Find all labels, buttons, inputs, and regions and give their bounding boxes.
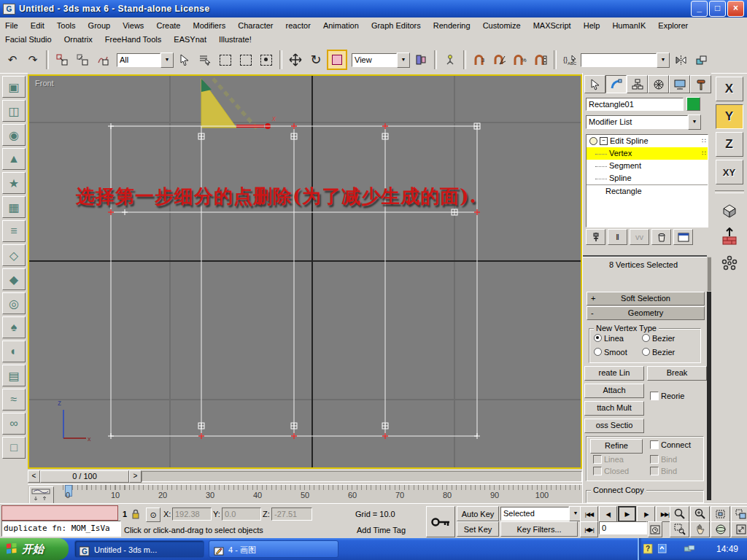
hemisphere-icon[interactable]: ◐	[2, 341, 26, 362]
menu-character[interactable]: Character	[233, 18, 278, 34]
menu-file[interactable]: File	[0, 18, 23, 34]
tab-create[interactable]	[584, 75, 605, 93]
knot-icon[interactable]: ∞	[2, 413, 26, 435]
key-filters-button[interactable]: Key Filters...	[500, 521, 578, 537]
object-color-swatch[interactable]	[686, 97, 700, 111]
spray-icon[interactable]: ▲	[2, 148, 26, 170]
bind-spacewarp-icon[interactable]	[93, 50, 112, 69]
zoom-extents-icon[interactable]	[711, 506, 730, 522]
tray-clock[interactable]: 14:49	[716, 538, 738, 560]
undo-icon[interactable]: ↶	[3, 50, 22, 69]
stack-row-segment[interactable]: Segment	[587, 160, 708, 172]
tab-hierarchy[interactable]	[627, 75, 648, 93]
radio-icon[interactable]	[594, 348, 602, 356]
menu-easynat[interactable]: EASYnat	[169, 34, 212, 46]
menu-modifiers[interactable]: Modifiers	[188, 18, 231, 34]
bind-last-checkbox[interactable]: Bind	[650, 467, 677, 475]
tab-motion[interactable]	[648, 75, 669, 93]
z-coord-field[interactable]: -27.51	[271, 508, 312, 521]
connect-checkbox[interactable]: Connect	[650, 440, 691, 449]
select-and-manipulate-icon[interactable]	[441, 50, 460, 69]
key-filter-mode-dropdown[interactable]: Selected ▼	[500, 507, 582, 521]
selection-lock-icon[interactable]	[130, 508, 142, 521]
menu-animation[interactable]: Animation	[318, 18, 364, 34]
select-and-scale-icon[interactable]	[327, 50, 347, 70]
pan-hand-icon[interactable]	[690, 521, 710, 537]
task-paint[interactable]: 4 - 画图	[209, 540, 338, 558]
radio-icon[interactable]	[642, 334, 650, 342]
linear-checkbox[interactable]: Linea	[593, 455, 624, 464]
go-to-start-icon[interactable]: |◀◀	[580, 506, 598, 522]
menu-group[interactable]: Group	[83, 18, 116, 34]
select-and-rotate-icon[interactable]: ↻	[306, 50, 325, 69]
time-slider-track[interactable]	[142, 471, 582, 482]
play-icon[interactable]: ▶	[618, 506, 636, 522]
primitives-icon[interactable]: ▣	[2, 76, 26, 98]
previous-frame-icon[interactable]: ◀|	[599, 506, 617, 522]
figure-icon[interactable]: □	[2, 437, 26, 459]
use-pivot-center-icon[interactable]	[411, 50, 430, 69]
task-3dsmax[interactable]: G Untitled - 3ds m...	[74, 540, 204, 558]
star-icon[interactable]: ★	[2, 172, 26, 194]
pin-stack-icon[interactable]	[586, 229, 605, 245]
attach-button[interactable]: Attach	[584, 384, 644, 398]
menu-create[interactable]: Create	[151, 18, 185, 34]
menu-reactor[interactable]: reactor	[281, 18, 316, 34]
align-icon[interactable]	[692, 50, 711, 69]
reorient-checkbox[interactable]: Reorie	[650, 392, 684, 400]
window-crossing-selection-icon[interactable]	[236, 50, 255, 69]
menu-maxscript[interactable]: MAXScript	[528, 18, 576, 34]
viewport-label[interactable]: Front	[35, 79, 54, 88]
radial-dots-icon[interactable]	[716, 252, 743, 275]
capsule-icon[interactable]: ◇	[2, 244, 26, 266]
title-bar[interactable]: G Untitled - 3ds max 6 - Stand-alone Lic…	[0, 0, 747, 18]
radio-linear[interactable]: Linea	[594, 334, 624, 343]
create-line-button[interactable]: reate Lin	[584, 366, 644, 381]
arc-rotate-icon[interactable]	[711, 521, 730, 537]
radio-icon[interactable]	[642, 348, 650, 356]
tray-network-icon[interactable]	[684, 545, 694, 554]
axis-y-button[interactable]: Y	[716, 104, 743, 129]
rollout-soft-selection[interactable]: + Soft Selection	[587, 292, 705, 306]
cross-section-button[interactable]: oss Sectio	[584, 419, 644, 433]
current-frame-field[interactable]: 0	[599, 521, 647, 534]
maximize-button[interactable]: □	[709, 1, 726, 17]
waves-icon[interactable]: ≈	[2, 389, 26, 411]
bone-icon[interactable]: ◆	[2, 268, 26, 290]
named-selection-dropdown[interactable]: ▼	[581, 53, 670, 67]
checker-icon[interactable]: ▦	[2, 196, 26, 218]
stack-row-spline[interactable]: Spline	[587, 172, 708, 184]
menu-graph-editors[interactable]: Graph Editors	[366, 18, 426, 34]
menu-customize[interactable]: Customize	[478, 18, 526, 34]
set-keys-icon[interactable]	[426, 506, 455, 537]
select-by-name-icon[interactable]	[196, 50, 214, 69]
menu-rendering[interactable]: Rendering	[428, 18, 476, 34]
tab-utilities[interactable]	[690, 75, 711, 93]
modifier-list-dropdown[interactable]: Modifier List ▼	[586, 115, 708, 129]
tool-icon[interactable]: ♠	[2, 316, 26, 338]
radio-smooth[interactable]: Smoot	[594, 348, 627, 357]
object-name-field[interactable]: Rectangle01	[586, 98, 684, 111]
menu-views[interactable]: Views	[117, 18, 149, 34]
dropdown-arrow-icon[interactable]: ▼	[688, 114, 701, 130]
stack-row-edit-spline[interactable]: − Edit Spline ∷	[587, 135, 708, 147]
stack-icon[interactable]: ≡	[2, 220, 26, 242]
sphere-icon[interactable]: ◉	[2, 124, 26, 146]
show-end-result-icon[interactable]: ‖	[608, 229, 627, 245]
absolute-mode-icon[interactable]: ⊙	[146, 508, 160, 522]
spinner-snap-icon[interactable]	[531, 50, 550, 69]
stack-row-vertex[interactable]: Vertex ∷	[587, 147, 708, 160]
selection-filter-dropdown[interactable]: All ▼	[117, 53, 174, 67]
tab-modify[interactable]	[605, 75, 627, 93]
mirror-icon[interactable]	[671, 50, 690, 69]
set-key-button[interactable]: Set Key	[457, 521, 499, 537]
next-frame-icon[interactable]: |▶	[637, 506, 655, 522]
menu-facial-studio[interactable]: Facial Studio	[0, 34, 57, 46]
axis-z-button[interactable]: Z	[716, 132, 743, 157]
track-bar-ruler[interactable]: 0 10 20 30 40 50 60 70 80 90 100	[54, 485, 582, 504]
modifier-stack[interactable]: − Edit Spline ∷ Vertex ∷ Segment Spline	[586, 134, 708, 228]
break-button[interactable]: Break	[647, 366, 707, 381]
named-selection-sets-icon[interactable]: {}ABC	[560, 50, 579, 69]
refine-button[interactable]: Refine	[590, 439, 643, 454]
zoom-all-icon[interactable]	[690, 506, 710, 522]
